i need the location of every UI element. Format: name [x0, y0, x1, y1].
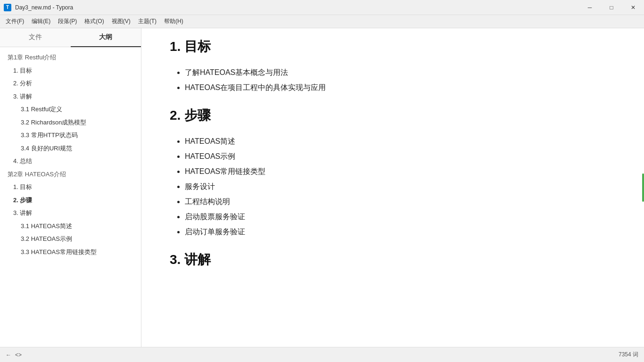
menu-file[interactable]: 文件(F) [2, 16, 28, 27]
outline-item-2[interactable]: 2. 分析 [0, 77, 141, 90]
tab-file[interactable]: 文件 [0, 28, 71, 47]
outline-item-ch2-1[interactable]: 1. 目标 [0, 181, 141, 194]
outline-item-ch2-3[interactable]: 3. 讲解 [0, 206, 141, 220]
word-count: 7354 词 [619, 351, 638, 359]
outline-item-3[interactable]: 3. 讲解 [0, 90, 141, 103]
menu-help[interactable]: 帮助(H) [160, 16, 187, 27]
close-button[interactable]: ✕ [622, 0, 644, 15]
bullet-item: 启动股票服务验证 [185, 209, 616, 224]
section1-bullets: 了解HATEOAS基本概念与用法 HATEOAS在项目工程中的具体实现与应用 [170, 65, 616, 95]
outline-item-3-4[interactable]: 3.4 良好的URI规范 [0, 142, 141, 155]
statusbar-left: ← <> [6, 352, 22, 358]
bullet-item: HATEOAS在项目工程中的具体实现与应用 [185, 80, 616, 95]
window-controls: ─ □ ✕ [579, 0, 644, 15]
bullet-item: 工程结构说明 [185, 194, 616, 209]
outline-item-1[interactable]: 1. 目标 [0, 64, 141, 77]
statusbar: ← <> 7354 词 [0, 347, 644, 362]
content-area[interactable]: 1. 目标 了解HATEOAS基本概念与用法 HATEOAS在项目工程中的具体实… [141, 28, 644, 347]
focus-bar [642, 173, 644, 202]
outline-item-ch2-3-1[interactable]: 3.1 HATEOAS简述 [0, 220, 141, 233]
sidebar-tabs: 文件 大纲 [0, 28, 141, 47]
section2-heading: 2. 步骤 [170, 107, 616, 124]
outline-item-4[interactable]: 4. 总结 [0, 155, 141, 168]
minimize-button[interactable]: ─ [579, 0, 601, 15]
outline-chapter1[interactable]: 第1章 Restful介绍 [0, 51, 141, 64]
statusbar-right: 7354 词 [619, 351, 638, 359]
titlebar-left: T Day3_new.md - Typora [4, 4, 73, 11]
menu-view[interactable]: 视图(V) [108, 16, 134, 27]
outline-item-ch2-2[interactable]: 2. 步骤 [0, 194, 141, 207]
menubar: 文件(F) 编辑(E) 段落(P) 格式(O) 视图(V) 主题(T) 帮助(H… [0, 15, 644, 28]
status-back-icon[interactable]: ← [6, 352, 11, 358]
menu-format[interactable]: 格式(O) [81, 16, 107, 27]
section1-heading: 1. 目标 [170, 38, 616, 56]
outline-item-3-1[interactable]: 3.1 Restful定义 [0, 103, 141, 116]
titlebar: T Day3_new.md - Typora ─ □ ✕ [0, 0, 644, 15]
outline-item-ch2-3-3[interactable]: 3.3 HATEOAS常用链接类型 [0, 246, 141, 259]
menu-paragraph[interactable]: 段落(P) [54, 16, 81, 27]
bullet-item: HATEOAS常用链接类型 [185, 164, 616, 179]
outline-item-ch2-3-2[interactable]: 3.2 HATEOAS示例 [0, 232, 141, 246]
bullet-item: 服务设计 [185, 179, 616, 194]
app-icon: T [4, 4, 11, 11]
tab-outline[interactable]: 大纲 [71, 28, 141, 47]
outline-item-3-2[interactable]: 3.2 Richardson成熟模型 [0, 116, 141, 129]
outline-item-3-3[interactable]: 3.3 常用HTTP状态码 [0, 129, 141, 142]
sidebar: 文件 大纲 第1章 Restful介绍 1. 目标 2. 分析 3. 讲解 3.… [0, 28, 141, 347]
bullet-item: 启动订单服务验证 [185, 224, 616, 239]
section2-bullets: HATEOAS简述 HATEOAS示例 HATEOAS常用链接类型 服务设计 工… [170, 134, 616, 239]
section3-heading: 3. 讲解 [170, 251, 616, 269]
bullet-item: HATEOAS简述 [185, 134, 616, 149]
menu-edit[interactable]: 编辑(E) [28, 16, 54, 27]
maximize-button[interactable]: □ [601, 0, 622, 15]
bullet-item: 了解HATEOAS基本概念与用法 [185, 65, 616, 80]
menu-theme[interactable]: 主题(T) [134, 16, 160, 27]
outline-chapter2[interactable]: 第2章 HATEOAS介绍 [0, 168, 141, 181]
status-code-icon[interactable]: <> [15, 352, 22, 358]
sidebar-content[interactable]: 第1章 Restful介绍 1. 目标 2. 分析 3. 讲解 3.1 Rest… [0, 47, 141, 347]
main-layout: 文件 大纲 第1章 Restful介绍 1. 目标 2. 分析 3. 讲解 3.… [0, 28, 644, 347]
window-title: Day3_new.md - Typora [15, 4, 73, 11]
bullet-item: HATEOAS示例 [185, 149, 616, 164]
